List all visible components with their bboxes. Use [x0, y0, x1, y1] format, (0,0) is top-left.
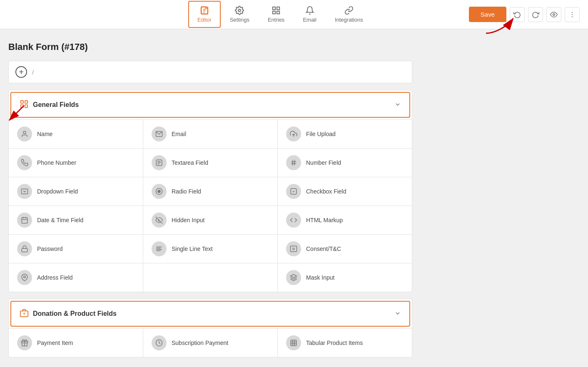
- field-single-line-label: Single Line Text: [172, 245, 213, 252]
- general-fields-icon: [20, 99, 29, 110]
- donation-fields-chevron: [394, 310, 401, 318]
- editor-icon: [200, 6, 209, 15]
- field-name-label: Name: [37, 131, 52, 137]
- svg-point-31: [158, 190, 160, 193]
- field-dropdown-label: Dropdown Field: [37, 188, 78, 195]
- field-mask-label: Mask Input: [306, 274, 334, 281]
- field-datetime[interactable]: Date & Time Field: [9, 206, 143, 234]
- field-checkbox-label: Checkbox Field: [306, 188, 346, 195]
- field-datetime-label: Date & Time Field: [37, 217, 83, 223]
- field-radio-label: Radio Field: [172, 188, 201, 195]
- svg-point-9: [553, 13, 555, 15]
- entries-label: Entries: [268, 17, 284, 23]
- nav-center: Editor Settings Entries: [188, 1, 372, 28]
- svg-rect-16: [25, 105, 27, 107]
- nav-item-editor[interactable]: Editor: [188, 1, 221, 28]
- field-file-upload[interactable]: File Upload: [278, 120, 412, 148]
- email-nav-icon: [305, 6, 314, 15]
- svg-rect-6: [277, 7, 279, 10]
- field-checkbox[interactable]: Checkbox Field: [278, 177, 412, 206]
- field-dropdown[interactable]: Dropdown Field: [9, 177, 143, 206]
- field-number-label: Number Field: [306, 159, 341, 166]
- field-name[interactable]: Name: [9, 120, 143, 148]
- page-title: Blank Form (#178): [8, 42, 576, 52]
- field-mask[interactable]: Mask Input: [278, 263, 412, 292]
- nav-item-integrations[interactable]: Integrations: [326, 1, 372, 28]
- field-password-label: Password: [37, 245, 62, 252]
- section-general: General Fields: [8, 90, 412, 292]
- field-textarea[interactable]: Textarea Field: [143, 149, 277, 177]
- svg-point-12: [572, 16, 573, 17]
- field-textarea-label: Textarea Field: [172, 159, 208, 166]
- preview-button[interactable]: [546, 7, 561, 22]
- svg-rect-15: [25, 101, 27, 103]
- field-address-label: Address Field: [37, 274, 73, 281]
- save-button[interactable]: Save: [469, 7, 506, 22]
- svg-rect-7: [277, 11, 279, 14]
- entries-icon: [272, 6, 281, 15]
- field-file-upload-label: File Upload: [306, 131, 336, 137]
- field-address[interactable]: Address Field: [9, 263, 143, 292]
- form-builder: + / G: [8, 61, 412, 357]
- field-consent-label: Consent/T&C: [306, 245, 341, 252]
- svg-rect-14: [21, 101, 23, 103]
- editor-label: Editor: [197, 17, 212, 23]
- svg-rect-5: [273, 7, 275, 10]
- section-header-general[interactable]: General Fields: [10, 92, 410, 118]
- integrations-icon: [344, 6, 354, 15]
- field-subscription-label: Subscription Payment: [172, 340, 228, 346]
- svg-rect-29: [22, 189, 28, 194]
- field-phone-label: Phone Number: [37, 159, 76, 166]
- field-tabular[interactable]: Tabular Product Items: [278, 329, 412, 357]
- field-single-line[interactable]: Single Line Text: [143, 235, 277, 263]
- field-radio[interactable]: Radio Field: [143, 177, 277, 206]
- redo-button[interactable]: [528, 7, 543, 22]
- svg-point-10: [572, 12, 573, 12]
- more-button[interactable]: [565, 7, 580, 22]
- field-hidden-label: Hidden Input: [172, 217, 204, 223]
- field-subscription[interactable]: Subscription Payment: [143, 329, 277, 357]
- more-icon: [568, 11, 576, 18]
- nav-item-settings[interactable]: Settings: [221, 1, 259, 28]
- general-fields-grid: Name Email: [9, 119, 412, 292]
- field-email-label: Email: [172, 131, 186, 137]
- settings-icon: [235, 6, 244, 15]
- field-phone-number[interactable]: Phone Number: [9, 149, 143, 177]
- svg-rect-17: [21, 105, 23, 107]
- field-hidden[interactable]: Hidden Input: [143, 206, 277, 234]
- field-tabular-label: Tabular Product Items: [306, 340, 363, 346]
- undo-icon: [513, 11, 521, 18]
- donation-fields-grid: Payment Item Subscription Payment: [9, 328, 412, 357]
- field-payment-item-label: Payment Item: [37, 340, 73, 346]
- undo-button[interactable]: [510, 7, 525, 22]
- section-header-donation[interactable]: Donation & Product Fields: [10, 301, 410, 327]
- field-payment-item[interactable]: Payment Item: [9, 329, 143, 357]
- nav-item-email[interactable]: Email: [294, 1, 326, 28]
- section-title-donation: Donation & Product Fields: [20, 308, 117, 319]
- svg-rect-8: [273, 11, 275, 14]
- svg-rect-53: [291, 340, 296, 346]
- svg-point-46: [24, 276, 26, 278]
- nav-item-entries[interactable]: Entries: [259, 1, 294, 28]
- settings-label: Settings: [230, 17, 249, 23]
- general-fields-chevron: [394, 101, 401, 109]
- donation-fields-icon: [20, 308, 29, 319]
- email-label: Email: [303, 17, 316, 23]
- field-password[interactable]: Password: [9, 235, 143, 263]
- svg-point-11: [572, 14, 573, 15]
- redo-icon: [532, 11, 539, 18]
- section-title-general: General Fields: [20, 99, 79, 110]
- add-field-button[interactable]: +: [15, 66, 27, 78]
- field-html-label: HTML Markup: [306, 217, 343, 223]
- field-consent[interactable]: Consent/T&C: [278, 235, 412, 263]
- field-email[interactable]: Email: [143, 120, 277, 148]
- svg-point-18: [23, 131, 26, 134]
- svg-rect-43: [291, 246, 297, 252]
- svg-line-28: [294, 160, 295, 166]
- field-number[interactable]: Number Field: [278, 149, 412, 177]
- svg-rect-33: [22, 218, 27, 223]
- svg-point-4: [239, 9, 241, 12]
- page-content: Blank Form (#178) + /: [0, 29, 588, 367]
- field-html[interactable]: HTML Markup: [278, 206, 412, 234]
- add-row[interactable]: + /: [8, 61, 412, 83]
